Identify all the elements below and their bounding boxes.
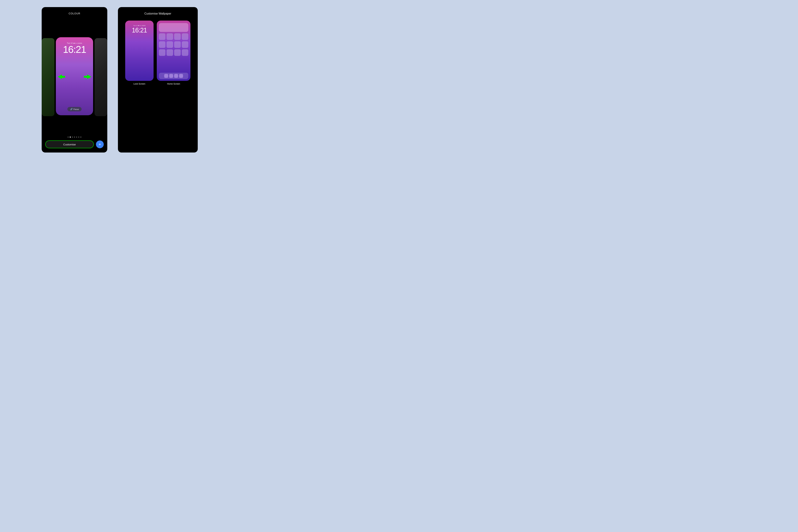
- page-dots: [68, 136, 81, 138]
- right-side-preview[interactable]: [95, 38, 107, 116]
- app-icon-11: [174, 49, 181, 56]
- swipe-right-arrow: [83, 74, 93, 80]
- focus-button[interactable]: 🔗 Focus: [68, 107, 82, 111]
- app-icon-3: [174, 33, 181, 40]
- app-icon-1: [159, 33, 166, 40]
- dot-7[interactable]: [80, 136, 81, 138]
- dock-icon-2: [169, 74, 173, 78]
- add-button[interactable]: +: [96, 140, 104, 148]
- left-side-preview[interactable]: [42, 38, 54, 116]
- lock-preview-date: Tue 14 🌧 in 14MIN: [133, 25, 146, 26]
- dock-icon-1: [164, 74, 168, 78]
- left-panel: COLOUR Tue 14 🌧 in 14MIN: [42, 7, 107, 152]
- dot-5[interactable]: [76, 136, 77, 138]
- dock-icon-4: [179, 74, 183, 78]
- bw-photo-preview: [95, 38, 107, 116]
- customise-wallpaper-title: Customise Wallpaper: [144, 12, 171, 15]
- home-icon-grid-row3: [159, 49, 188, 56]
- focus-label: Focus: [74, 108, 79, 110]
- focus-link-icon: 🔗: [70, 108, 73, 110]
- swipe-left-arrow: [56, 74, 65, 80]
- home-icon-grid-row1: [159, 33, 188, 40]
- app-icon-12: [182, 49, 188, 56]
- app-icon-10: [167, 49, 173, 56]
- app-icon-7: [174, 41, 181, 48]
- lock-screen-card[interactable]: Tue 14 🌧 in 14MIN 16:21 Lock Screen: [125, 21, 154, 85]
- app-icon-2: [167, 33, 173, 40]
- plus-icon: +: [99, 142, 101, 147]
- nature-photo-preview: [42, 38, 54, 116]
- lock-screen-preview[interactable]: Tue 14 🌧 in 14MIN 16:21: [125, 21, 154, 81]
- lock-screen-label: Lock Screen: [134, 83, 146, 85]
- app-icon-8: [182, 41, 188, 48]
- home-screen-label: Home Screen: [167, 83, 180, 85]
- home-screen-preview[interactable]: [157, 21, 190, 81]
- lock-preview-time: 16:21: [132, 26, 147, 34]
- dot-4[interactable]: [74, 136, 75, 138]
- home-icon-grid-row2: [159, 41, 188, 48]
- right-panel: Customise Wallpaper Tue 14 🌧 in 14MIN 16…: [118, 7, 198, 152]
- app-icon-6: [167, 41, 173, 48]
- screens-row: Tue 14 🌧 in 14MIN 16:21 Lock Screen: [125, 21, 190, 152]
- app-icon-5: [159, 41, 166, 48]
- lock-time: 16:21: [63, 44, 86, 54]
- home-dock: [159, 73, 188, 79]
- app-icon-9: [159, 49, 166, 56]
- dot-2[interactable]: [70, 136, 71, 138]
- dock-icon-3: [174, 74, 178, 78]
- bottom-bar: Customise +: [42, 140, 107, 152]
- panel-title: COLOUR: [69, 12, 80, 15]
- dot-3[interactable]: [72, 136, 73, 138]
- wallpaper-carousel: Tue 14 🌧 in 14MIN 16:21 🔗 Focus: [42, 18, 107, 136]
- home-widget: [159, 23, 188, 32]
- app-icon-4: [182, 33, 188, 40]
- customise-button[interactable]: Customise: [45, 140, 94, 148]
- dot-1[interactable]: [68, 136, 69, 138]
- home-screen-card[interactable]: Home Screen: [157, 21, 190, 85]
- dot-6[interactable]: [78, 136, 79, 138]
